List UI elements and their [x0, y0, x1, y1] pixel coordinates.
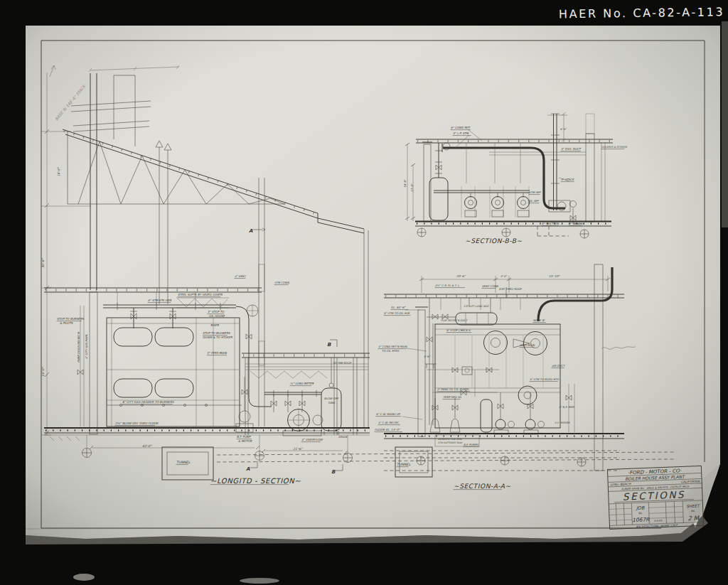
annotation-ann: 4" COND RET'N MAIN	[378, 345, 408, 349]
titleblock-sheet-no-label: No.	[691, 510, 695, 512]
paper	[26, 26, 722, 544]
annotation-ann: RISER	[210, 323, 219, 327]
annotation-ann: STM CONN.	[274, 281, 290, 285]
annotation-ann: 4" EXH. DUCT	[561, 147, 582, 151]
svg-text:13'-0": 13'-0"	[410, 183, 414, 192]
svg-text:TO OIL HTRS: TO OIL HTRS	[382, 349, 400, 353]
titleblock-job-label: JOB	[636, 505, 645, 511]
titleblock-sheet-number: 2 M	[687, 515, 700, 522]
annotation-title: ~SECTION-B-B~	[465, 237, 523, 245]
svg-text:TO THE ROOF: TO THE ROOF	[333, 361, 352, 365]
svg-text:& PILOTS: & PILOTS	[60, 321, 73, 325]
svg-text:2" FEED TO T.D. PUMPS: 2" FEED TO T.D. PUMPS	[437, 387, 469, 391]
svg-text:6" SUCTION: 6" SUCTION	[542, 222, 560, 225]
annotation-ann: NOTE 'B'	[533, 318, 546, 323]
annotation-ann: 4" OVERFLOW	[301, 438, 323, 442]
svg-text:4" STOP TO: 4" STOP TO	[208, 310, 225, 313]
svg-text:TANK: TANK	[328, 401, 336, 404]
annotation-ann: 14'-0"	[41, 367, 45, 377]
svg-text:TUNNEL: TUNNEL	[176, 461, 191, 464]
annotation-ann: 3'-0"	[500, 274, 508, 278]
svg-text:6" COND RET.: 6" COND RET.	[451, 126, 471, 129]
annotation-ann: 4" L.P. STM	[453, 132, 471, 136]
annotation-ann: 4" VENT	[235, 274, 247, 279]
svg-text:4" B.F. HDR: 4" B.F. HDR	[559, 405, 574, 409]
annotation-ann: 4" DISCH	[569, 222, 583, 226]
svg-text:STM SEP: STM SEP	[529, 190, 541, 194]
annotation-ann: FLUE RECIRC'N DUCT	[441, 319, 468, 322]
annotation-ann: & MOTOR	[238, 439, 252, 443]
photo-edge-strip	[722, 21, 728, 227]
annotation-ann: 1½" RISERS	[555, 422, 570, 424]
annotation-ann: OIL HOUSE	[209, 314, 225, 318]
annotation-ann: 6'-6"	[560, 127, 567, 131]
annotation-ann: 4" CITY GAS MAIN	[85, 334, 88, 359]
annotation-ann: TO OIL HTRS	[382, 349, 400, 353]
svg-text:15'-10": 15'-10"	[549, 274, 560, 278]
svg-text:A: A	[249, 228, 253, 234]
annotation-ann: 21'-6"	[293, 447, 303, 451]
svg-text:LOUVRES & SCREEN: LOUVRES & SCREEN	[601, 146, 627, 149]
annotation-ann: AIR DUCT	[552, 364, 566, 368]
annotation-ann: 6" SUCTION	[542, 222, 560, 226]
annotation-ann: FEED MAIN	[520, 343, 536, 348]
svg-text:21'-6": 21'-6"	[293, 447, 303, 451]
annotation-title: ~SECTION-A-A~	[454, 483, 511, 490]
svg-text:4" CITY GAS MAIN: 4" CITY GAS MAIN	[85, 334, 88, 359]
svg-text:TUNNEL: TUNNEL	[397, 463, 411, 466]
svg-text:EL. 63'-6": EL. 63'-6"	[391, 306, 406, 309]
svg-text:B.F. PUMP: B.F. PUMP	[237, 435, 251, 439]
svg-text:A: A	[246, 466, 250, 472]
svg-text:4" COND RET'N MAIN: 4" COND RET'N MAIN	[378, 345, 407, 348]
annotation-ann: B.F. PUMPS	[464, 443, 480, 447]
annotation-ann: 30'-6"	[41, 258, 45, 268]
svg-text:DOMESTIC H.W. GEN.: DOMESTIC H.W. GEN.	[438, 438, 462, 441]
annotation-mark: B	[327, 342, 331, 348]
annotation-ann: 8" C.W. MAINS UP	[376, 412, 402, 417]
svg-text:STOP TO BURNERS: STOP TO BURNERS	[57, 317, 84, 321]
annotation-ann: 20'-6"	[456, 274, 466, 278]
annotation-ann: LOUVRES & SCREEN	[601, 146, 627, 149]
annotation-ann: ½" LONG METER	[290, 382, 314, 386]
annotation-ann: TUNNEL	[397, 463, 411, 467]
svg-text:DOWN & TO STOKER: DOWN & TO STOKER	[203, 336, 232, 339]
annotation-ann: EXP. THRU ROOF	[499, 287, 523, 291]
svg-text:4" STACK: 4" STACK	[561, 178, 575, 181]
titleblock-date: 3-4-43	[653, 520, 663, 522]
annotation-ann: 13'-0"	[410, 183, 414, 192]
annotation-ann: 8" CITY GAS HEADER TO BURNERS	[122, 400, 175, 404]
titleblock-location-right: CALIFORNIA	[681, 480, 700, 484]
svg-text:STM SOFTENER TANK: STM SOFTENER TANK	[438, 441, 463, 444]
annotation-ann: 16'-6"	[403, 178, 407, 188]
svg-text:STOP TO BLOWERS: STOP TO BLOWERS	[203, 331, 230, 335]
annotation-ann: 2" FEED TO T.D. PUMPS	[437, 387, 471, 392]
annotation-ann: STM SEP	[529, 190, 542, 195]
annotation-ann: DOWN & TO STOKER	[203, 336, 232, 339]
annotation-mark: A	[246, 466, 250, 472]
haer-label: HAER No. CA-82-A-113	[559, 5, 724, 21]
svg-text:43'-0": 43'-0"	[142, 444, 152, 448]
titleblock-sheet-label: SHEET	[686, 504, 700, 509]
annotation-ann: OIL SEP	[528, 199, 540, 203]
annotation-ann: 3-8" LIFT LONG NOZ	[464, 305, 489, 308]
annotation-ann: TANK	[328, 401, 336, 404]
annotation-ann: 2½" BLOW-OFF THRU FLOOR	[115, 422, 159, 426]
svg-text:6" STM TO OIL HSE: 6" STM TO OIL HSE	[384, 311, 410, 315]
svg-text:NOTE 'B': NOTE 'B'	[533, 318, 545, 322]
svg-text:4'-6": 4'-6"	[424, 355, 431, 358]
titleblock-job-number: 1067R	[632, 516, 650, 523]
annotation-ann: & PILOTS	[60, 321, 73, 325]
annotation-ann: 6" STM STK HDR	[148, 299, 172, 303]
annotation-ann: 43'-0"	[142, 444, 152, 448]
svg-text:14'-0": 14'-0"	[41, 367, 45, 377]
svg-text:STM CONN.: STM CONN.	[274, 281, 290, 284]
annotation-ann: 4" STACK	[561, 178, 575, 182]
svg-text:OIL SEP: OIL SEP	[528, 199, 539, 203]
annotation-ann: VENT CONN	[482, 284, 499, 289]
svg-text:BLOW-OFF: BLOW-OFF	[324, 397, 339, 400]
svg-text:4" L.P. STM: 4" L.P. STM	[453, 132, 469, 135]
svg-text:B: B	[331, 469, 336, 475]
titleblock-job-no-label: No.	[638, 512, 643, 515]
svg-text:4" VENT: 4" VENT	[235, 274, 247, 278]
svg-text:PUMP DISCH RECIRC'N: PUMP DISCH RECIRC'N	[77, 331, 80, 363]
